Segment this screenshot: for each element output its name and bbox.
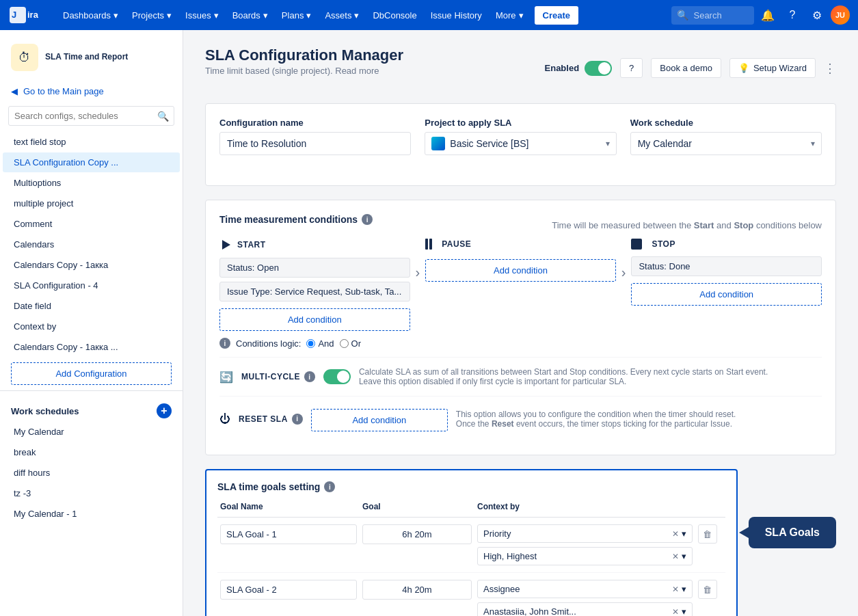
or-radio[interactable] xyxy=(340,339,349,348)
sidebar-item-date-field[interactable]: Date field xyxy=(3,296,180,316)
create-button[interactable]: Create xyxy=(535,6,578,25)
help-question-button[interactable]: ? xyxy=(620,58,643,78)
time-measurement-info-icon[interactable]: i xyxy=(362,214,373,225)
goal-2-value-input[interactable] xyxy=(362,580,472,600)
book-demo-button[interactable]: Book a demo xyxy=(651,58,721,78)
reset-sla-desc: This option allows you to configure the … xyxy=(456,410,822,429)
back-icon: ◀ xyxy=(11,86,18,96)
clear-goal-2-tag-icon[interactable]: ✕ xyxy=(672,607,679,617)
notifications-icon[interactable]: 🔔 xyxy=(757,4,779,26)
start-play-icon xyxy=(219,239,232,251)
delete-goal-1-button[interactable]: 🗑 xyxy=(698,524,717,544)
reset-sla-label: RESET SLA i xyxy=(239,414,303,425)
goal-2-name-input[interactable] xyxy=(220,580,357,600)
add-configuration-button[interactable]: Add Configuration xyxy=(11,362,172,385)
sidebar-item-sla-config-copy[interactable]: SLA Configuration Copy ... xyxy=(3,152,180,172)
page-subtitle: Time limit based (single project). Read … xyxy=(205,66,403,76)
work-schedule-label: Work schedule xyxy=(630,118,822,128)
nav-issues[interactable]: Issues ▾ xyxy=(180,6,224,25)
or-radio-label[interactable]: Or xyxy=(340,338,361,349)
sidebar-item-text-field-stop[interactable]: text field stop xyxy=(3,132,180,152)
avatar[interactable]: JU xyxy=(831,5,850,25)
setup-wizard-button[interactable]: 💡 Setup Wizard xyxy=(729,58,816,78)
multi-cycle-label: MULTI-CYCLE i xyxy=(241,371,315,382)
and-radio[interactable] xyxy=(306,339,315,348)
goal-1-value-input[interactable] xyxy=(362,524,472,544)
goal-2-context-tag[interactable]: Anastasiia, John Smit... ✕ ▾ xyxy=(477,602,693,616)
help-icon[interactable]: ? xyxy=(781,4,803,26)
nav-dbconsole[interactable]: DbConsole xyxy=(367,6,422,25)
nav-assets[interactable]: Assets ▾ xyxy=(319,6,364,25)
goal-1-context-tag[interactable]: High, Highest ✕ ▾ xyxy=(477,547,693,565)
clear-goal-1-tag-icon[interactable]: ✕ xyxy=(672,552,679,561)
sidebar-item-calendars[interactable]: Calendars xyxy=(3,235,180,254)
goals-info-icon[interactable]: i xyxy=(324,481,335,492)
sidebar-schedule-break[interactable]: break xyxy=(3,442,180,462)
sidebar-item-context-by[interactable]: Context by xyxy=(3,317,180,336)
sidebar-search-input[interactable] xyxy=(8,106,174,126)
chevron-down-icon-goal2-tag[interactable]: ▾ xyxy=(682,606,686,616)
clear-goal-2-context-icon[interactable]: ✕ xyxy=(672,585,679,594)
chevron-down-icon-goal1-tag[interactable]: ▾ xyxy=(682,551,686,561)
sidebar-item-calendars-copy-2[interactable]: Calendars Copy - 1акка ... xyxy=(3,337,180,357)
conditions-row: START Status: Open Issue Type: Service R… xyxy=(219,239,822,349)
goal-1-context-type[interactable]: Priority ✕ ▾ xyxy=(477,524,693,543)
sidebar: ⏱ SLA Time and Report ◀ Go to the Main p… xyxy=(0,30,183,616)
goals-panel-title: SLA time goals setting i xyxy=(217,481,725,492)
sidebar-item-multiple-project[interactable]: multiple project xyxy=(3,193,180,213)
enabled-toggle-switch[interactable] xyxy=(585,61,612,76)
sidebar-item-sla-config-4[interactable]: SLA Configuration - 4 xyxy=(3,276,180,295)
reset-sla-info-icon[interactable]: i xyxy=(292,414,303,425)
sidebar-schedule-my-calendar-1[interactable]: My Calendar - 1 xyxy=(3,504,180,524)
nav-boards[interactable]: Boards ▾ xyxy=(227,6,273,25)
add-condition-stop-button[interactable]: Add condition xyxy=(631,283,822,306)
nav-plans[interactable]: Plans ▾ xyxy=(276,6,317,25)
sidebar-item-comment[interactable]: Comment xyxy=(3,214,180,234)
sidebar-schedule-diff-hours[interactable]: diff hours xyxy=(3,463,180,483)
search-icon: 🔍 xyxy=(677,10,688,21)
sidebar-item-multioptions[interactable]: Multioptions xyxy=(3,173,180,193)
and-radio-label[interactable]: And xyxy=(306,338,334,349)
time-measurement-panel: Time measurement conditions i Time will … xyxy=(205,200,836,455)
delete-goal-2-button[interactable]: 🗑 xyxy=(698,580,717,599)
reset-sla-row: ⏻ RESET SLA i Add condition This option … xyxy=(219,396,822,441)
stop-condition-0: Status: Done xyxy=(631,256,822,276)
pause-icon xyxy=(425,239,432,250)
sla-logo-text: SLA Time and Report xyxy=(45,52,128,63)
book-demo-label: Book a demo xyxy=(660,63,712,73)
goal-1-name-input[interactable] xyxy=(220,524,357,544)
conditions-logic-info-icon[interactable]: i xyxy=(219,338,230,349)
stop-header: STOP xyxy=(631,239,822,250)
goal-2-context-type[interactable]: Assignee ✕ ▾ xyxy=(477,580,693,598)
settings-icon[interactable]: ⚙ xyxy=(806,4,828,26)
clear-goal-1-context-icon[interactable]: ✕ xyxy=(672,529,679,539)
nav-projects[interactable]: Projects ▾ xyxy=(126,6,177,25)
chevron-down-icon-goal2[interactable]: ▾ xyxy=(682,584,686,594)
add-condition-start-button[interactable]: Add condition xyxy=(219,308,410,331)
chevron-down-icon-goal1[interactable]: ▾ xyxy=(682,528,686,539)
work-schedule-select[interactable]: My Calendar xyxy=(630,132,822,155)
jira-logo[interactable]: J ira xyxy=(8,5,49,25)
conditions-logic: i Conditions logic: And Or xyxy=(219,338,410,349)
more-options-button[interactable]: ⋮ xyxy=(824,61,836,76)
add-condition-reset-button[interactable]: Add condition xyxy=(311,409,448,431)
multi-cycle-info-icon[interactable]: i xyxy=(304,371,315,382)
nav-dashboards[interactable]: Dashboards ▾ xyxy=(57,6,124,25)
sidebar-schedule-tz-3[interactable]: tz -3 xyxy=(3,483,180,503)
sidebar-header: ⏱ SLA Time and Report xyxy=(0,38,183,82)
config-name-input[interactable] xyxy=(219,132,411,155)
nav-more[interactable]: More ▾ xyxy=(490,6,529,25)
project-label: Project to apply SLA xyxy=(425,118,616,128)
config-form-grid: Configuration name Project to apply SLA … xyxy=(219,118,822,155)
sidebar-item-calendars-copy-1[interactable]: Calendars Copy - 1акка xyxy=(3,255,180,275)
svg-text:J: J xyxy=(12,10,16,20)
multi-cycle-toggle[interactable] xyxy=(323,369,351,384)
nav-issue-history[interactable]: Issue History xyxy=(425,6,487,25)
pause-header: PAUSE xyxy=(425,239,616,250)
go-to-main-page-button[interactable]: ◀ Go to the Main page xyxy=(0,82,183,101)
add-work-schedule-button[interactable]: + xyxy=(157,403,172,418)
sidebar-schedule-my-calendar[interactable]: My Calendar xyxy=(3,422,180,442)
add-condition-pause-button[interactable]: Add condition xyxy=(425,259,616,282)
start-condition-1: Issue Type: Service Request, Sub-task, T… xyxy=(219,282,410,302)
project-select[interactable]: Basic Service [BS] xyxy=(425,132,616,155)
